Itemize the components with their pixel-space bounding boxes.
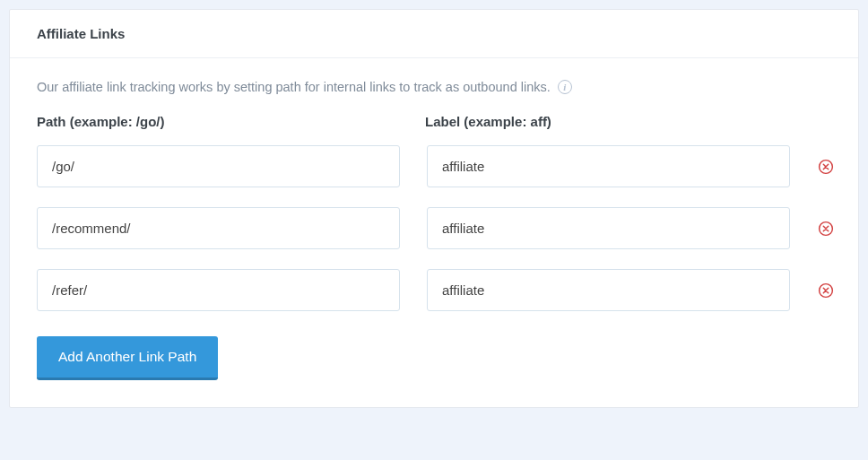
path-column: Path (example: /go/) [37,114,398,145]
path-header: Path (example: /go/) [37,114,398,129]
description-text: Our affiliate link tracking works by set… [37,80,551,94]
add-link-path-button[interactable]: Add Another Link Path [37,336,218,380]
delete-row-button[interactable] [817,220,835,238]
path-input[interactable] [37,145,400,187]
link-row [37,207,835,249]
close-icon [818,159,834,175]
path-input[interactable] [37,207,400,249]
label-input[interactable] [427,145,790,187]
delete-row-button[interactable] [817,282,835,299]
card-title: Affiliate Links [37,26,831,41]
close-icon [818,282,834,299]
card-header: Affiliate Links [10,10,858,58]
label-input[interactable] [427,269,790,311]
info-icon[interactable]: i [558,80,572,94]
link-row [37,269,835,311]
path-input[interactable] [37,269,400,311]
card-description: Our affiliate link tracking works by set… [37,80,831,94]
rows-container [37,145,835,311]
column-headers: Path (example: /go/) Label (example: aff… [37,114,831,145]
label-column: Label (example: aff) [425,114,786,145]
link-row [37,145,835,187]
delete-row-button[interactable] [817,158,835,176]
affiliate-links-card: Affiliate Links Our affiliate link track… [9,9,859,408]
label-header: Label (example: aff) [425,114,786,129]
label-input[interactable] [427,207,790,249]
card-body: Our affiliate link tracking works by set… [10,58,858,407]
close-icon [818,221,834,237]
